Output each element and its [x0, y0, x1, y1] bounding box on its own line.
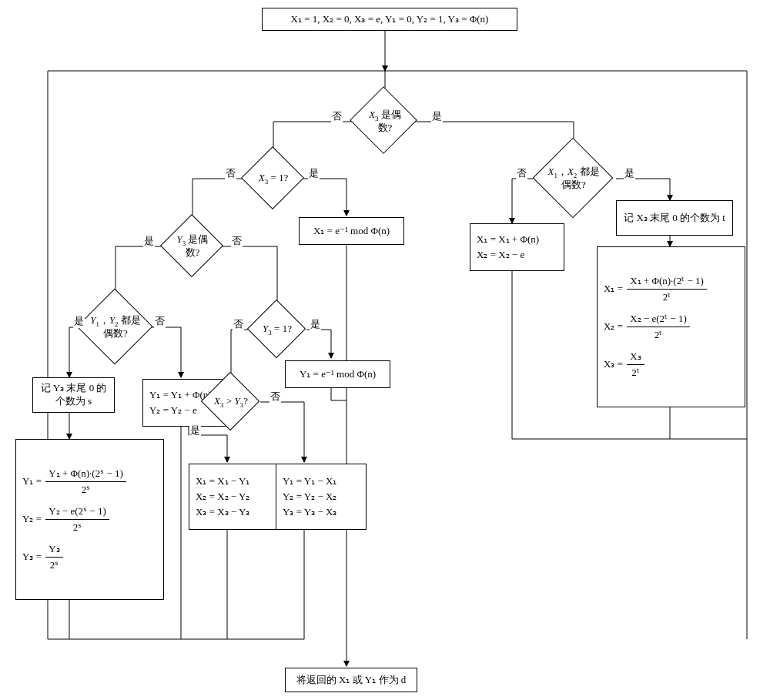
- lbl-no: 否: [516, 166, 527, 180]
- box-shift-s: Y₁ = Y₁ + Φ(n)·(2ˢ − 1)2ˢ Y₂ = Y₂ − e(2ˢ…: [15, 439, 164, 600]
- lbl-yes: 是: [308, 166, 320, 180]
- l2: X₂ = X₂ − e: [477, 247, 524, 263]
- lbl-yes: 是: [624, 166, 635, 180]
- shiftT-l3: X₃ = X₃2ᵗ: [604, 349, 646, 380]
- y1inv-text: Y₁ = e⁻¹ mod Φ(n): [300, 368, 376, 381]
- dec-x1x2-even-label: X1，X2 都是偶数?: [537, 166, 611, 191]
- init-box: X₁ = 1, X₂ = 0, X₃ = e, Y₁ = 0, Y₂ = 1, …: [262, 8, 517, 31]
- lbl-no: 否: [233, 317, 244, 331]
- lbl-yes: 是: [310, 317, 321, 331]
- shiftS-l3: Y₃ = Y₃2ˢ: [22, 541, 65, 573]
- lbl-yes: 是: [431, 109, 443, 123]
- box-count-t: 记 X₃ 末尾 0 的个数为 t: [616, 200, 733, 236]
- box-shift-t: X₁ = X₁ + Φ(n)·(2ᵗ − 1)2ᵗ X₂ = X₂ − e(2ᵗ…: [597, 246, 745, 407]
- box-y1-inv: Y₁ = e⁻¹ mod Φ(n): [285, 360, 390, 388]
- dec-x3-even-label: X3 是偶数?: [358, 110, 412, 133]
- shiftT-l1: X₁ = X₁ + Φ(n)·(2ᵗ − 1)2ᵗ: [604, 273, 708, 305]
- l2: Y₂ = Y₂ − e: [149, 403, 197, 418]
- l2: X₂ = X₂ − Y₂: [196, 489, 249, 504]
- box-x1-inv: X₁ = e⁻¹ mod Φ(n): [299, 217, 404, 245]
- lbl-no: 否: [225, 166, 236, 180]
- dec-y1y2-even-label: Y1，Y2 都是偶数?: [80, 315, 151, 340]
- count-t-text: 记 X₃ 末尾 0 的个数为 t: [624, 212, 725, 225]
- flowchart-canvas: X₁ = 1, X₂ = 0, X₃ = e, Y₁ = 0, Y₂ = 1, …: [0, 0, 770, 700]
- lbl-yes: 是: [73, 314, 85, 328]
- l2: Y₂ = Y₂ − X₂: [283, 489, 336, 504]
- shiftT-l2: X₂ = X₂ − e(2ᵗ − 1)2ᵗ: [604, 311, 691, 343]
- l1: Y₁ = Y₁ − X₁: [283, 474, 336, 489]
- shiftS-l1: Y₁ = Y₁ + Φ(n)·(2ˢ − 1)2ˢ: [22, 466, 128, 497]
- box-x1x2-adjust: X₁ = X₁ + Φ(n) X₂ = X₂ − e: [470, 223, 564, 271]
- l3: X₃ = X₃ − Y₃: [196, 504, 249, 520]
- count-s-text: 记 Y₃ 末尾 0 的个数为 s: [37, 382, 110, 408]
- box-return: 将返回的 X₁ 或 Y₁ 作为 d: [285, 668, 417, 692]
- lbl-yes: 是: [189, 424, 201, 437]
- lbl-yes: 是: [143, 234, 155, 248]
- return-text: 将返回的 X₁ 或 Y₁ 作为 d: [296, 674, 407, 687]
- box-sub-x: X₁ = X₁ − Y₁ X₂ = X₂ − Y₂ X₃ = X₃ − Y₃: [189, 464, 280, 530]
- l1: X₁ = X₁ + Φ(n): [477, 232, 539, 247]
- x1inv-text: X₁ = e⁻¹ mod Φ(n): [313, 225, 390, 238]
- box-sub-y: Y₁ = Y₁ − X₁ Y₂ = Y₂ − X₂ Y₃ = Y₃ − X₃: [276, 464, 367, 530]
- l1: X₁ = X₁ − Y₁: [196, 474, 249, 489]
- lbl-no: 否: [270, 390, 281, 404]
- init-text: X₁ = 1, X₂ = 0, X₃ = e, Y₁ = 0, Y₂ = 1, …: [291, 13, 489, 26]
- l3: Y₃ = Y₃ − X₃: [283, 504, 336, 520]
- dec-y3-even-label: Y3 是偶数?: [166, 236, 219, 257]
- shiftS-l2: Y₂ = Y₂ − e(2ˢ − 1)2ˢ: [22, 504, 111, 535]
- lbl-no: 否: [231, 234, 243, 248]
- dec-y3-eq1-label: Y3 = 1?: [254, 322, 300, 337]
- lbl-no: 否: [331, 109, 343, 123]
- dec-x3-eq1-label: X3 = 1?: [249, 171, 298, 186]
- lbl-no: 否: [154, 314, 166, 328]
- dec-x3-gt-y3-label: X3 > Y3?: [205, 394, 257, 410]
- box-count-s: 记 Y₃ 末尾 0 的个数为 s: [32, 377, 115, 413]
